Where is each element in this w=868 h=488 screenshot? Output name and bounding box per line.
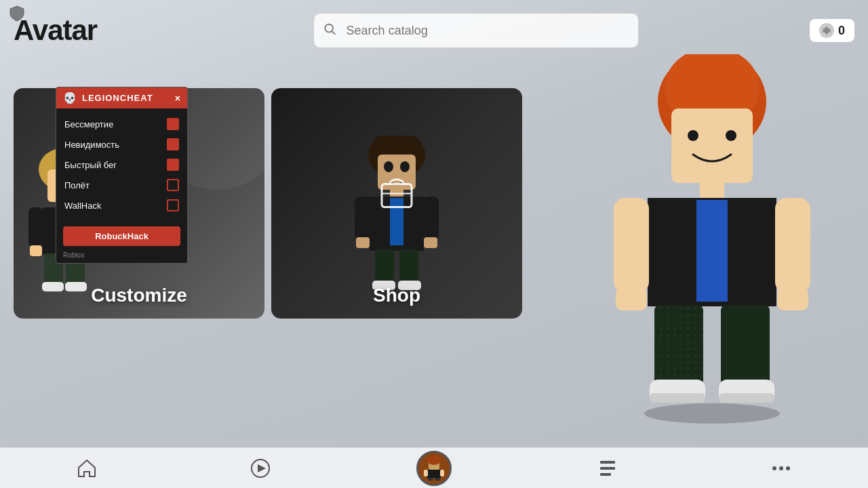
cheat-label-immortality: Бессмертие	[64, 119, 113, 129]
svg-line-1	[332, 31, 335, 35]
svg-rect-37	[399, 249, 418, 285]
cheat-toggle-invisibility[interactable]	[167, 138, 179, 150]
svg-rect-76	[600, 467, 615, 470]
svg-rect-62	[719, 393, 774, 403]
svg-rect-18	[42, 282, 64, 291]
robux-amount: 0	[838, 24, 845, 38]
svg-rect-61	[650, 393, 705, 403]
svg-rect-55	[777, 287, 808, 310]
cheat-close-button[interactable]: ×	[175, 93, 180, 104]
cheat-header: 💀 LEGIONCHEAT ×	[56, 87, 187, 108]
cheat-label-wallhack: WallHack	[64, 201, 101, 211]
cheat-logo: 💀 LEGIONCHEAT	[63, 92, 153, 104]
svg-rect-58	[654, 305, 703, 386]
feed-icon	[597, 458, 618, 479]
robux-icon	[819, 23, 834, 38]
search-bar	[313, 13, 639, 48]
svg-point-80	[786, 466, 790, 470]
svg-rect-14	[30, 245, 42, 256]
svg-rect-47	[700, 182, 724, 198]
svg-rect-72	[440, 470, 444, 476]
cheat-item-speed: Быстрый бег	[56, 155, 187, 175]
more-icon	[771, 458, 791, 479]
svg-rect-35	[424, 237, 437, 248]
svg-point-79	[779, 466, 783, 470]
nav-home[interactable]	[66, 451, 107, 485]
robuckhack-button[interactable]: RobuckHack	[63, 226, 180, 246]
svg-rect-54	[616, 287, 647, 310]
cheat-title: LEGIONCHEAT	[82, 93, 153, 103]
svg-rect-51	[728, 198, 776, 306]
cheat-items: Бессмертие Невидимость Быстрый бег Полёт…	[56, 108, 187, 221]
svg-rect-33	[422, 197, 439, 241]
svg-rect-53	[775, 198, 810, 293]
cheat-item-fly: Полёт	[56, 175, 187, 195]
play-icon	[250, 458, 271, 479]
svg-rect-74	[435, 478, 440, 481]
home-icon	[77, 458, 97, 479]
top-bar: Avatar 0	[0, 0, 868, 61]
svg-rect-71	[424, 470, 428, 476]
cheat-panel: 💀 LEGIONCHEAT × Бессмертие Невидимость Б…	[56, 87, 188, 264]
cheat-toggle-speed[interactable]	[167, 159, 179, 171]
search-input[interactable]	[313, 13, 639, 48]
svg-rect-40	[382, 184, 412, 207]
svg-point-0	[325, 24, 333, 33]
svg-rect-34	[356, 237, 370, 248]
svg-marker-67	[258, 464, 266, 472]
cheat-item-immortality: Бессмертие	[56, 114, 187, 134]
svg-point-46	[726, 130, 736, 141]
robux-badge: 0	[810, 19, 854, 42]
cheat-toggle-immortality[interactable]	[167, 118, 179, 130]
skull-icon: 💀	[63, 92, 77, 104]
cheat-label-speed: Быстрый бег	[64, 160, 117, 170]
page-title: Avatar	[14, 14, 97, 47]
svg-point-63	[644, 403, 780, 424]
svg-rect-50	[648, 198, 696, 306]
svg-rect-52	[614, 198, 649, 293]
search-icon	[323, 22, 336, 39]
cheat-label-fly: Полёт	[64, 180, 90, 190]
bottom-nav	[0, 447, 868, 488]
svg-rect-75	[600, 461, 615, 464]
cheat-label-invisibility: Невидимость	[64, 140, 119, 150]
svg-rect-12	[28, 207, 43, 248]
svg-rect-77	[600, 473, 611, 476]
shield-icon	[9, 5, 24, 24]
cheat-toggle-wallhack[interactable]	[167, 199, 179, 211]
cheat-toggle-fly[interactable]	[167, 179, 179, 191]
shop-card-inner	[271, 88, 522, 319]
nav-play[interactable]	[240, 451, 281, 485]
cheat-item-wallhack: WallHack	[56, 195, 187, 216]
svg-point-78	[772, 466, 776, 470]
nav-more[interactable]	[761, 451, 802, 485]
svg-point-45	[688, 130, 698, 141]
svg-rect-32	[355, 197, 371, 241]
main-avatar	[583, 54, 841, 447]
roblox-label: Roblox	[56, 251, 187, 263]
main-avatar-svg	[583, 54, 841, 447]
shop-bag-icon	[376, 169, 417, 218]
customize-card-label: Customize	[91, 285, 187, 306]
svg-rect-36	[375, 249, 394, 285]
nav-avatar[interactable]	[414, 451, 454, 485]
svg-rect-70	[427, 470, 441, 478]
svg-marker-2	[823, 26, 831, 35]
avatar-small-icon	[422, 456, 446, 481]
cheat-item-invisibility: Невидимость	[56, 134, 187, 155]
avatar-nav-button[interactable]	[416, 451, 452, 486]
svg-rect-57	[721, 305, 770, 386]
svg-rect-19	[65, 282, 87, 291]
svg-rect-73	[428, 478, 433, 481]
shop-card-label: Shop	[373, 285, 420, 306]
svg-rect-44	[671, 108, 753, 183]
nav-feed[interactable]	[587, 451, 628, 485]
shop-card[interactable]: Shop	[271, 88, 522, 319]
